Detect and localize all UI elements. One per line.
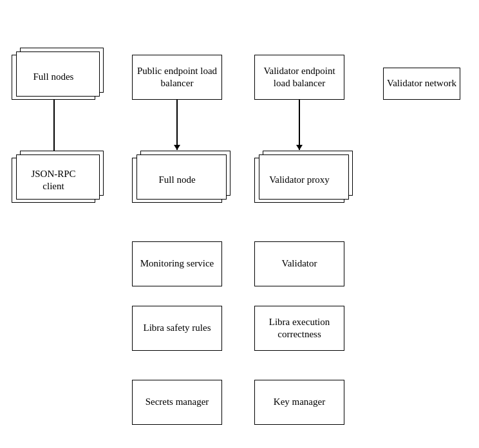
json-rpc-label: JSON-RPCclient: [31, 168, 75, 193]
arrow-lb-to-fullnode: [176, 100, 178, 150]
arrow-vlb-to-vproxy: [299, 100, 300, 150]
monitoring-service-box: Monitoring service: [132, 241, 222, 286]
validator-box: Validator: [254, 241, 344, 286]
validator-proxy-label: Validator proxy: [269, 174, 330, 187]
public-endpoint-lb-box: Public endpoint load balancer: [132, 55, 222, 100]
validator-label: Validator: [282, 257, 317, 270]
full-nodes-box: Full nodes: [12, 55, 95, 100]
libra-execution-correctness-box: Libra execution correctness: [254, 306, 344, 351]
public-endpoint-lb-label: Public endpoint load balancer: [133, 65, 221, 90]
validator-proxy-box: Validator proxy: [254, 158, 344, 203]
key-manager-label: Key manager: [274, 396, 325, 409]
architecture-diagram: Full nodes JSON-RPCclient Public endpoin…: [0, 0, 479, 448]
line-fullnodes-to-jsonrpc: [53, 100, 55, 158]
validator-endpoint-lb-box: Validator endpoint load balancer: [254, 55, 344, 100]
libra-safety-rules-label: Libra safety rules: [144, 322, 211, 335]
validator-network-label: Validator network: [387, 77, 456, 90]
libra-execution-correctness-label: Libra execution correctness: [255, 316, 344, 341]
key-manager-box: Key manager: [254, 380, 344, 425]
validator-network-box: Validator network: [383, 68, 460, 100]
libra-safety-rules-box: Libra safety rules: [132, 306, 222, 351]
validator-endpoint-lb-label: Validator endpoint load balancer: [255, 65, 344, 90]
secrets-manager-label: Secrets manager: [146, 396, 209, 409]
secrets-manager-box: Secrets manager: [132, 380, 222, 425]
full-node-box: Full node: [132, 158, 222, 203]
full-node-label: Full node: [158, 174, 195, 187]
full-nodes-label: Full nodes: [33, 71, 74, 84]
monitoring-service-label: Monitoring service: [140, 257, 214, 270]
json-rpc-client-box: JSON-RPCclient: [12, 158, 95, 203]
